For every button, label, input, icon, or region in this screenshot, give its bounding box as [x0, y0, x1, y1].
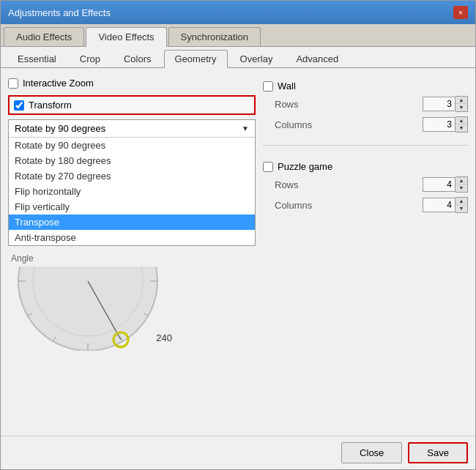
- interactive-zoom-row: Interactive Zoom: [8, 75, 256, 91]
- puzzle-rows-increment-button[interactable]: ▲: [455, 177, 467, 184]
- dialog: Adjustments and Effects × Audio Effects …: [0, 0, 476, 470]
- columns-spinbox-row: Columns ▲ ▼: [263, 114, 468, 135]
- tab-colors[interactable]: Colors: [113, 50, 163, 67]
- puzzle-columns-spinbox-row: Columns ▲ ▼: [263, 195, 468, 215]
- puzzle-columns-increment-button[interactable]: ▲: [455, 198, 467, 205]
- puzzle-columns-input[interactable]: [423, 198, 455, 212]
- rows-label: Rows: [275, 99, 299, 110]
- list-item-selected[interactable]: Transpose: [9, 215, 255, 230]
- list-item[interactable]: Flip vertically: [9, 199, 255, 215]
- rows-decrement-button[interactable]: ▼: [455, 104, 467, 111]
- svg-point-0: [18, 266, 157, 351]
- angle-value: 240: [156, 332, 172, 343]
- dialog-title: Adjustments and Effects: [8, 7, 111, 18]
- puzzle-rows-input[interactable]: [423, 177, 455, 192]
- title-bar: Adjustments and Effects ×: [1, 1, 475, 24]
- rows-spinbox: ▲ ▼: [423, 96, 468, 112]
- columns-decrement-button[interactable]: ▼: [455, 124, 467, 132]
- angle-dial-svg: [11, 266, 179, 351]
- transform-box: Transform: [8, 95, 256, 115]
- list-item[interactable]: Rotate by 270 degrees: [9, 168, 255, 184]
- interactive-zoom-checkbox[interactable]: [8, 78, 18, 89]
- dropdown-selected-value: Rotate by 90 degrees: [15, 123, 105, 134]
- puzzle-columns-label: Columns: [275, 200, 312, 211]
- transform-checkbox[interactable]: [14, 100, 24, 111]
- dropdown-list: Rotate by 90 degrees Rotate by 180 degre…: [9, 138, 255, 245]
- angle-label: Angle: [11, 253, 34, 264]
- list-item[interactable]: Flip horizontally: [9, 184, 255, 199]
- main-tabs: Audio Effects Video Effects Synchronizat…: [1, 24, 475, 47]
- puzzle-columns-spinbox: ▲ ▼: [423, 197, 468, 213]
- wall-label: Wall: [278, 81, 296, 92]
- puzzle-row: Puzzle game: [263, 159, 468, 174]
- transform-label: Transform: [29, 100, 72, 111]
- interactive-zoom-label: Interactive Zoom: [23, 78, 94, 89]
- angle-section: Angle: [8, 253, 256, 347]
- wall-section: Wall Rows ▲ ▼ Columns: [263, 78, 468, 135]
- dial-container[interactable]: 240: [11, 266, 179, 347]
- save-button[interactable]: Save: [408, 442, 468, 463]
- columns-label: Columns: [275, 119, 312, 130]
- columns-increment-button[interactable]: ▲: [455, 117, 467, 124]
- puzzle-rows-decrement-button[interactable]: ▼: [455, 184, 467, 192]
- list-item[interactable]: Rotate by 180 degrees: [9, 153, 255, 168]
- puzzle-rows-spinbox-row: Rows ▲ ▼: [263, 174, 468, 195]
- tab-geometry[interactable]: Geometry: [164, 50, 228, 68]
- puzzle-columns-decrement-button[interactable]: ▼: [455, 205, 467, 212]
- puzzle-rows-spinbox: ▲ ▼: [423, 176, 468, 193]
- sub-tabs: Essential Crop Colors Geometry Overlay A…: [1, 47, 475, 68]
- dropdown-header[interactable]: Rotate by 90 degrees ▼: [9, 120, 255, 138]
- close-button[interactable]: Close: [341, 442, 402, 463]
- list-item[interactable]: Rotate by 90 degrees: [9, 138, 255, 153]
- left-panel: Interactive Zoom Transform Rotate by 90 …: [8, 75, 256, 428]
- rotation-dropdown[interactable]: Rotate by 90 degrees ▼ Rotate by 90 degr…: [8, 119, 256, 246]
- rows-spinbox-buttons: ▲ ▼: [455, 96, 468, 112]
- tab-video-effects[interactable]: Video Effects: [86, 27, 166, 47]
- rows-increment-button[interactable]: ▲: [455, 97, 467, 104]
- section-divider: [263, 145, 468, 146]
- puzzle-label: Puzzle game: [278, 161, 332, 172]
- list-item[interactable]: Anti-transpose: [9, 230, 255, 245]
- puzzle-rows-spinbox-buttons: ▲ ▼: [455, 176, 468, 193]
- bottom-bar: Close Save: [1, 436, 475, 469]
- tab-synchronization[interactable]: Synchronization: [168, 27, 261, 46]
- puzzle-checkbox[interactable]: [263, 162, 273, 172]
- rows-spinbox-row: Rows ▲ ▼: [263, 94, 468, 114]
- wall-checkbox[interactable]: [263, 81, 273, 92]
- tab-overlay[interactable]: Overlay: [229, 50, 284, 67]
- dropdown-arrow-icon: ▼: [242, 124, 249, 133]
- columns-spinbox: ▲ ▼: [423, 116, 468, 133]
- tab-audio-effects[interactable]: Audio Effects: [4, 27, 84, 46]
- wall-row: Wall: [263, 78, 468, 94]
- title-close-button[interactable]: ×: [453, 6, 468, 19]
- content-area: Interactive Zoom Transform Rotate by 90 …: [1, 68, 475, 436]
- rows-input[interactable]: [423, 97, 455, 111]
- right-panel: Wall Rows ▲ ▼ Columns: [263, 75, 468, 428]
- puzzle-columns-spinbox-buttons: ▲ ▼: [455, 197, 468, 213]
- puzzle-rows-label: Rows: [275, 179, 299, 190]
- puzzle-section: Puzzle game Rows ▲ ▼ Columns: [263, 159, 468, 215]
- tab-crop[interactable]: Crop: [69, 50, 111, 67]
- columns-spinbox-buttons: ▲ ▼: [455, 116, 468, 133]
- tab-advanced[interactable]: Advanced: [285, 50, 349, 67]
- tab-essential[interactable]: Essential: [7, 50, 67, 67]
- columns-input[interactable]: [423, 117, 455, 132]
